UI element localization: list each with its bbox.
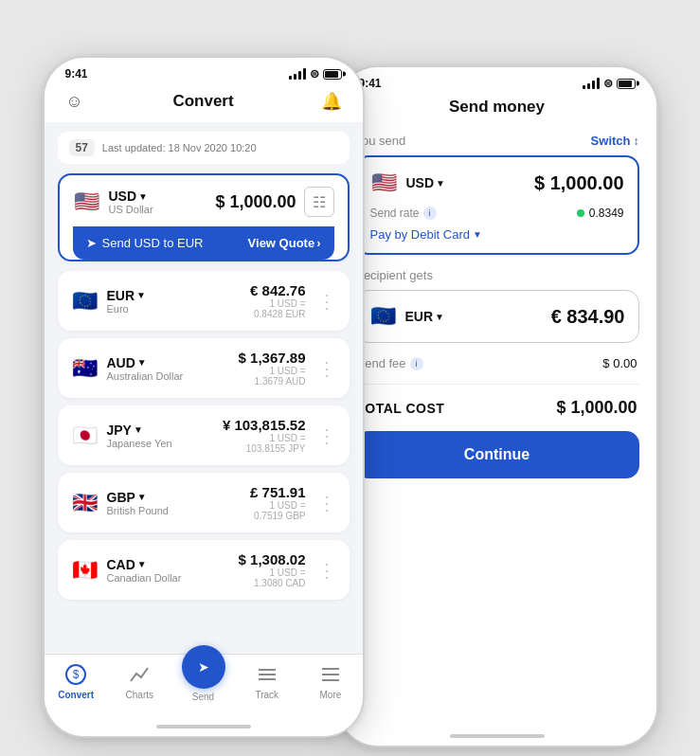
flag-gbp: 🇬🇧	[71, 489, 99, 517]
flag-cad: 🇨🇦	[71, 556, 99, 585]
status-icons-left: ⊜	[289, 67, 342, 81]
name-gbp: British Pound	[107, 505, 169, 516]
right-content: You send Switch ↕ 🇺🇸 USD ▼	[338, 124, 656, 727]
usd-flag: 🇺🇸	[73, 188, 101, 216]
calculator-icon[interactable]: ☷	[304, 187, 334, 217]
currency-card-cad[interactable]: 🇨🇦 CAD ▼ Canadian Dollar $ 1,308.02 1 US…	[58, 540, 350, 600]
left-content: 57 Last updated: 18 Nov 2020 10:20 🇺🇸 US…	[45, 122, 363, 654]
rate-aud: 1 USD =1.3679 AUD	[239, 366, 306, 387]
tab-send[interactable]: ➤ Send	[171, 662, 235, 702]
send-currency-code: USD ▼	[406, 175, 445, 190]
usd-name: US Dollar	[109, 204, 153, 215]
more-dots-jpy[interactable]: ⋮	[317, 424, 336, 447]
fee-info-icon: i	[410, 357, 423, 370]
person-icon[interactable]: ☺	[62, 88, 88, 115]
currency-card-gbp[interactable]: 🇬🇧 GBP ▼ British Pound £ 751.91 1 USD =0…	[58, 473, 350, 532]
more-dots-cad[interactable]: ⋮	[317, 559, 336, 582]
amount-aud: $ 1,367.89	[239, 350, 306, 366]
recipient-flag: 🇪🇺	[369, 302, 398, 331]
code-aud: AUD ▼	[107, 355, 184, 370]
wifi-icon-right: ⊜	[603, 77, 613, 90]
green-dot	[577, 209, 584, 217]
flag-eur: 🇪🇺	[71, 287, 99, 315]
send-btn-label: Send USD to EUR	[102, 236, 204, 250]
home-indicator-left	[45, 717, 363, 736]
tab-more[interactable]: More	[298, 662, 362, 702]
rate-eur: 1 USD =0.8428 EUR	[250, 298, 305, 319]
status-bar-left: 9:41 ⊜	[45, 58, 363, 84]
tab-convert[interactable]: $ Convert	[45, 662, 108, 702]
rate-cad: 1 USD =1.3080 CAD	[239, 567, 306, 588]
tab-charts[interactable]: Charts	[108, 662, 171, 702]
right-phone: 9:41 ⊜ Send money	[336, 65, 658, 747]
view-quote-button[interactable]: View Quote ›	[248, 236, 321, 250]
track-label: Track	[255, 690, 278, 700]
code-jpy: JPY ▼	[107, 423, 172, 438]
update-text: Last updated: 18 Nov 2020 10:20	[102, 142, 257, 153]
switch-button[interactable]: Switch ↕	[591, 134, 639, 148]
status-icons-right: ⊜	[583, 77, 636, 90]
recipient-currency-code: EUR ▼	[405, 309, 444, 324]
convert-label: Convert	[58, 690, 94, 700]
send-card: 🇺🇸 USD ▼ $ 1,000.00 Send rate i	[355, 155, 639, 255]
more-dots-aud[interactable]: ⋮	[317, 357, 336, 380]
currency-card-eur[interactable]: 🇪🇺 EUR ▼ Euro € 842.76 1 USD =0.8428 EUR…	[58, 271, 350, 331]
usd-code: USD ▼	[109, 189, 153, 204]
nav-header-left: ☺ Convert 🔔	[45, 84, 363, 122]
status-bar-right: 9:41 ⊜	[338, 67, 656, 94]
continue-button[interactable]: Continue	[355, 431, 639, 478]
charts-icon	[127, 662, 152, 687]
time-left: 9:41	[65, 67, 88, 81]
bell-icon[interactable]: 🔔	[318, 88, 345, 115]
send-amount: $ 1,000.00	[534, 172, 624, 194]
send-icon: ➤	[182, 645, 225, 689]
name-eur: Euro	[107, 303, 146, 315]
amount-cad: $ 1,308.02	[239, 551, 306, 567]
left-phone: 9:41 ⊜ ☺ Convert 🔔	[43, 56, 365, 738]
total-cost-value: $ 1,000.00	[556, 398, 637, 418]
flag-aud: 🇦🇺	[71, 354, 99, 383]
battery-icon	[323, 69, 342, 80]
send-usd-eur-button[interactable]: ➤ Send USD to EUR View Quote ›	[73, 226, 334, 260]
battery-icon-right	[617, 79, 636, 89]
more-dots-gbp[interactable]: ⋮	[317, 492, 336, 514]
usd-card: 🇺🇸 USD ▼ US Dollar $ 1,000.00 ☷	[58, 173, 350, 261]
send-rate-value: 0.8349	[577, 207, 624, 220]
page-title-left: Convert	[172, 92, 233, 111]
code-cad: CAD ▼	[107, 557, 182, 572]
send-label: Send	[192, 692, 214, 702]
name-aud: Australian Dollar	[107, 370, 184, 382]
signal-icon-right	[583, 78, 600, 89]
send-rate-label: Send rate	[370, 207, 420, 220]
more-dots-eur[interactable]: ⋮	[317, 290, 336, 313]
total-cost-row: TOTAL COST $ 1,000.00	[355, 384, 639, 431]
track-icon	[255, 662, 279, 687]
amount-jpy: ¥ 103,815.52	[223, 417, 306, 433]
info-icon: i	[423, 207, 437, 220]
tab-bar-left: $ Convert Charts ➤ Send	[45, 654, 363, 717]
more-label: More	[320, 690, 342, 700]
send-currency-selector[interactable]: 🇺🇸 USD ▼	[370, 169, 445, 197]
charts-label: Charts	[126, 690, 153, 700]
tab-track[interactable]: Track	[235, 662, 298, 702]
currency-card-aud[interactable]: 🇦🇺 AUD ▼ Australian Dollar $ 1,367.89 1 …	[58, 338, 350, 398]
amount-gbp: £ 751.91	[250, 484, 305, 500]
total-cost-label: TOTAL COST	[357, 401, 445, 416]
update-bar: 57 Last updated: 18 Nov 2020 10:20	[58, 132, 350, 164]
amount-eur: € 842.76	[250, 282, 305, 298]
recipient-card[interactable]: 🇪🇺 EUR ▼ € 834.90	[355, 290, 639, 343]
send-fee-value: $ 0.00	[602, 356, 637, 370]
home-indicator-right	[338, 727, 656, 746]
recipient-label: Recipient gets	[355, 268, 639, 282]
pay-method-selector[interactable]: Pay by Debit Card ▼	[370, 227, 624, 242]
usd-amount: $ 1,000.00	[215, 192, 296, 212]
rate-gbp: 1 USD =0.7519 GBP	[250, 500, 305, 521]
name-cad: Canadian Dollar	[107, 572, 182, 584]
svg-text:$: $	[73, 668, 80, 681]
more-icon	[318, 662, 343, 687]
currency-card-jpy[interactable]: 🇯🇵 JPY ▼ Japanese Yen ¥ 103,815.52 1 USD…	[58, 405, 350, 465]
convert-icon: $	[63, 662, 88, 687]
send-plane-icon: ➤	[86, 236, 97, 250]
currency-list: 🇪🇺 EUR ▼ Euro € 842.76 1 USD =0.8428 EUR…	[58, 271, 350, 600]
flag-jpy: 🇯🇵	[71, 422, 99, 450]
